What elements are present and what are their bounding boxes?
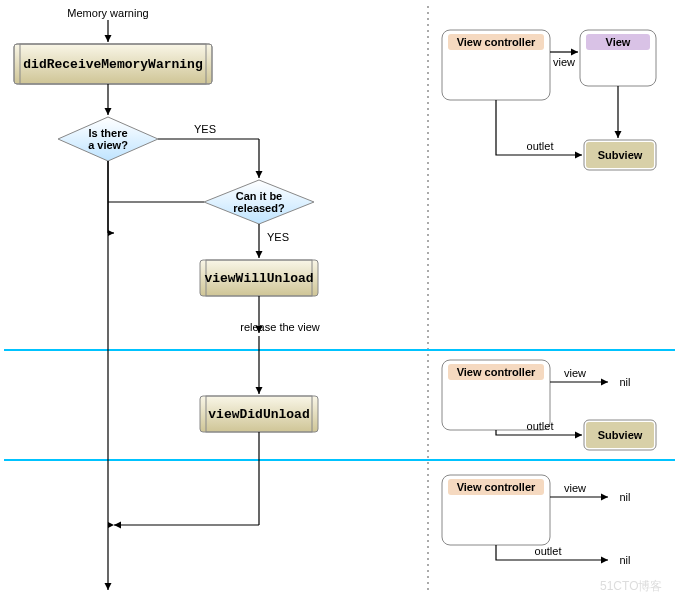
yes-label-2: YES <box>267 231 289 243</box>
svg-text:Can it be: Can it be <box>236 190 282 202</box>
yes-label-1: YES <box>194 123 216 135</box>
svg-marker-33 <box>108 230 114 236</box>
svg-text:released?: released? <box>233 202 285 214</box>
svg-text:View controller: View controller <box>457 481 536 493</box>
step-viewdidunload: viewDidUnload <box>200 396 318 432</box>
svg-text:nil: nil <box>619 491 630 503</box>
svg-text:Is there: Is there <box>88 127 127 139</box>
svg-text:View controller: View controller <box>457 36 536 48</box>
panel-3: View controller view nil outlet nil <box>442 475 631 566</box>
start-label: Memory warning <box>67 7 148 19</box>
decision-can-release: Can it be released? <box>204 180 314 224</box>
svg-text:viewWillUnload: viewWillUnload <box>204 271 313 286</box>
watermark: 51CTO博客 <box>600 579 662 593</box>
svg-text:View controller: View controller <box>457 366 536 378</box>
svg-text:outlet: outlet <box>527 140 554 152</box>
svg-text:didReceiveMemoryWarning: didReceiveMemoryWarning <box>23 57 203 72</box>
decision-is-there-view: Is there a view? <box>58 117 158 161</box>
release-label: release the view <box>240 321 320 333</box>
svg-text:a view?: a view? <box>88 139 128 151</box>
step-viewwillunload: viewWillUnload <box>200 260 318 296</box>
svg-marker-34 <box>108 522 114 528</box>
svg-text:View: View <box>606 36 631 48</box>
svg-text:Subview: Subview <box>598 149 643 161</box>
panel-2: View controller view nil Subview outlet <box>442 360 656 450</box>
panel-1: View controller View Subview view outlet <box>442 30 656 170</box>
svg-text:view: view <box>553 56 575 68</box>
svg-text:outlet: outlet <box>535 545 562 557</box>
svg-text:nil: nil <box>619 554 630 566</box>
svg-text:view: view <box>564 367 586 379</box>
svg-text:Subview: Subview <box>598 429 643 441</box>
svg-text:outlet: outlet <box>527 420 554 432</box>
svg-text:nil: nil <box>619 376 630 388</box>
svg-text:view: view <box>564 482 586 494</box>
step-didreceivememorywarning: didReceiveMemoryWarning <box>14 44 212 84</box>
svg-text:viewDidUnload: viewDidUnload <box>208 407 309 422</box>
